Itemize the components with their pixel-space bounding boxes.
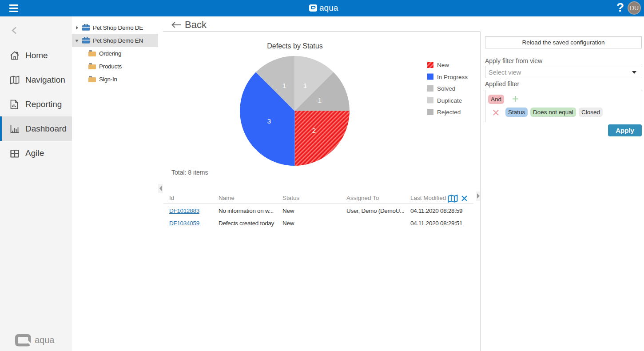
- svg-text:In Progress: In Progress: [437, 74, 468, 80]
- svg-text:1: 1: [318, 96, 322, 104]
- svg-text:3: 3: [267, 117, 271, 125]
- svg-text:2: 2: [312, 127, 316, 134]
- svg-text:Duplicate: Duplicate: [437, 97, 462, 104]
- svg-text:1: 1: [303, 82, 307, 89]
- svg-text:New: New: [437, 62, 449, 68]
- svg-text:1: 1: [282, 82, 286, 89]
- svg-text:Solved: Solved: [437, 85, 455, 92]
- svg-text:Rejected: Rejected: [437, 109, 461, 116]
